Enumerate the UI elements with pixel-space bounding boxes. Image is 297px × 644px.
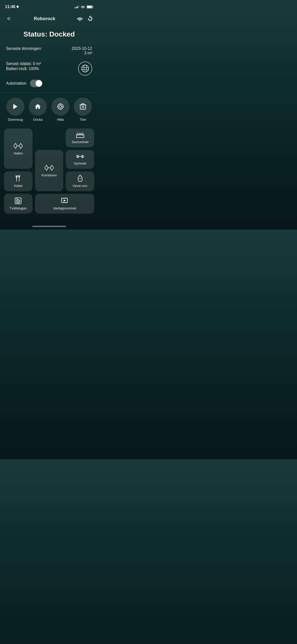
tom-label: Töm [80, 118, 86, 121]
home-indicator [0, 224, 98, 230]
location-icon [16, 5, 19, 8]
map-button[interactable] [78, 61, 92, 76]
status-time: 11:46 [5, 5, 19, 9]
last-cleaned-label: Senast städat: [6, 61, 32, 66]
vince-rum-label: Vince rum [73, 184, 87, 188]
battery-combined: Batteri-nivå: 100% [6, 67, 39, 71]
trash-icon [79, 103, 86, 110]
room-gymmet[interactable]: Gymmet [66, 150, 94, 169]
room-tvattstugan[interactable]: Tvättstugan [4, 194, 32, 214]
koket-label: Köket [14, 184, 22, 188]
status-section: Status: Docked [0, 27, 98, 44]
map-icon [81, 65, 89, 73]
dumbbell-icon [76, 153, 84, 159]
map-battery-row: Senast städat: 0 m² Batteri-nivå: 100% [0, 60, 98, 79]
svg-rect-28 [83, 156, 84, 157]
room-vardagsrummet[interactable]: Vardagsrummet [35, 194, 94, 214]
dammsug-circle [6, 98, 24, 116]
last-empty-row: Senaste tömningen: 2023-10-12 3 m² [6, 46, 92, 55]
vardagsrummet-label: Vardagsrummet [53, 206, 76, 210]
svg-point-3 [82, 65, 89, 72]
last-cleaned-combined: Senast städat: 0 m² [6, 61, 41, 66]
docka-circle [29, 98, 47, 116]
svg-point-36 [16, 199, 17, 199]
hallen-icon [14, 142, 23, 149]
hitta-label: Hitta [57, 118, 64, 121]
bed-icon [76, 132, 84, 138]
text-info: Senast städat: 0 m² Batteri-nivå: 100% [6, 61, 78, 72]
wifi-nav-icon[interactable] [77, 16, 83, 21]
automation-toggle[interactable] [30, 80, 43, 87]
last-empty-date: 2023-10-12 [72, 46, 92, 51]
main-status-text: Status: Docked [5, 30, 93, 38]
action-dammsug[interactable]: Dammsug [6, 98, 24, 121]
last-empty-area: 3 m² [84, 51, 92, 55]
svg-rect-1 [93, 6, 93, 8]
section-divider [0, 92, 98, 92]
room-sovrummet[interactable]: Sovrummet [66, 128, 94, 147]
korridoren-label: Korridoren [42, 173, 57, 177]
hallen-label: Hallen [14, 151, 23, 155]
gymmet-label: Gymmet [74, 162, 86, 165]
last-empty-value: 2023-10-12 3 m² [72, 46, 92, 55]
room-koket[interactable]: Köket [4, 171, 32, 191]
room-korridoren[interactable]: Korridoren [35, 150, 63, 191]
battery-row: Batteri-nivå: 100% [6, 67, 78, 71]
refresh-icon[interactable] [87, 16, 93, 22]
room-vince-rum[interactable]: Vince rum [66, 171, 94, 191]
washer-icon [15, 197, 22, 204]
baby-bottle-icon [77, 175, 83, 182]
wifi-status-icon [81, 5, 85, 9]
room-grid: Hallen Sovrummet Korridoren Gymmet [0, 128, 98, 224]
dammsug-label: Dammsug [8, 118, 23, 121]
svg-rect-25 [78, 155, 78, 158]
svg-point-5 [58, 104, 63, 109]
battery-label: Batteri-nivå: [6, 67, 27, 71]
svg-marker-39 [64, 199, 66, 202]
fork-icon [15, 175, 21, 182]
tom-circle [74, 98, 92, 116]
svg-rect-2 [87, 6, 92, 8]
time-display: 11:46 [5, 5, 15, 9]
svg-marker-4 [13, 104, 17, 109]
room-hallen[interactable]: Hallen [4, 128, 32, 169]
last-cleaned-value: 0 m² [33, 61, 41, 66]
nav-title: Roborock [34, 16, 55, 21]
status-icons [75, 5, 93, 9]
last-empty-label: Senaste tömningen: [6, 46, 42, 51]
tvattstugan-label: Tvättstugan [10, 206, 27, 210]
target-icon [57, 103, 64, 110]
svg-point-35 [17, 201, 19, 202]
home-icon [34, 103, 41, 110]
tv-play-icon [61, 197, 68, 204]
last-cleaned-row: Senast städat: 0 m² [6, 61, 78, 66]
korridoren-icon [45, 164, 54, 171]
svg-rect-13 [82, 104, 84, 105]
docka-label: Docka [33, 118, 43, 121]
play-icon [12, 103, 19, 110]
action-hitta[interactable]: Hitta [51, 98, 70, 121]
battery-status-icon [87, 5, 93, 9]
sovrummet-label: Sovrummet [72, 140, 88, 144]
svg-point-37 [17, 199, 18, 199]
svg-point-34 [16, 200, 20, 203]
info-section: Senaste tömningen: 2023-10-12 3 m² [0, 44, 98, 60]
home-bar [32, 226, 66, 227]
back-button[interactable]: < [5, 14, 13, 23]
signal-icon [75, 5, 79, 8]
status-bar: 11:46 [0, 0, 98, 12]
action-docka[interactable]: Docka [29, 98, 47, 121]
automation-label: Automation [6, 81, 26, 86]
nav-actions [77, 16, 93, 22]
automation-row: Automation [0, 79, 98, 92]
battery-value: 100% [29, 67, 39, 71]
action-tom[interactable]: Töm [74, 98, 92, 121]
hitta-circle [51, 98, 70, 116]
action-buttons: Dammsug Docka Hitta [0, 98, 98, 128]
toggle-knob [36, 80, 42, 87]
svg-point-6 [59, 105, 61, 108]
nav-bar: < Roborock [0, 12, 98, 27]
